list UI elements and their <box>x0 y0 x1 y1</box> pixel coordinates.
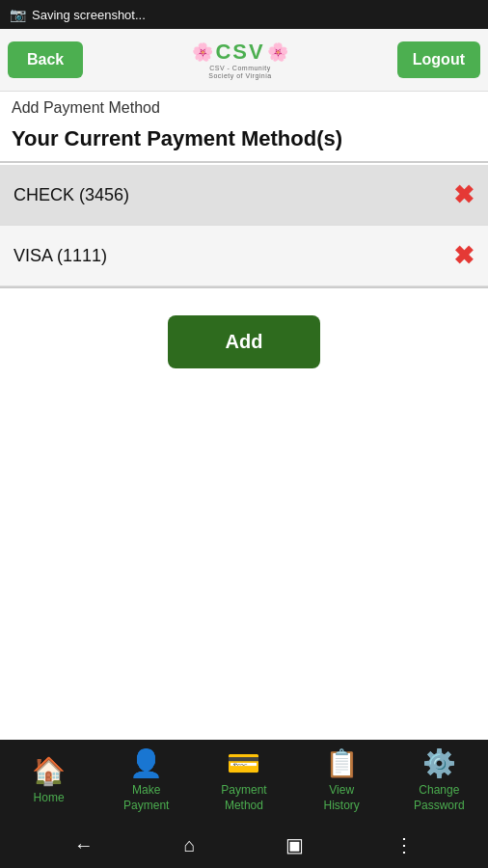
nav-item-change-password[interactable]: ⚙️ ChangePassword <box>395 747 482 813</box>
nav-label-home: Home <box>34 791 65 806</box>
change-password-icon: ⚙️ <box>422 747 456 779</box>
logo: 🌸 CSV 🌸 CSV - Community Society of Virgi… <box>192 40 287 81</box>
logo-subtitle: CSV - Community Society of Virginia <box>197 65 284 81</box>
view-history-icon: 📋 <box>325 747 359 779</box>
system-home-button[interactable]: ⌂ <box>184 834 196 856</box>
payment-method-icon: 💳 <box>227 747 260 779</box>
system-back-button[interactable]: ← <box>74 834 94 856</box>
make-payment-icon: 👤 <box>129 747 163 779</box>
nav-label-view-history: ViewHistory <box>323 783 359 813</box>
page-title: Add Payment Method <box>0 92 488 121</box>
nav-item-home[interactable]: 🏠 Home <box>6 755 93 806</box>
system-recent-button[interactable]: ▣ <box>285 833 304 856</box>
delete-visa-button[interactable]: ✖ <box>453 243 474 268</box>
add-button-container: Add <box>0 315 488 368</box>
payment-methods-list: CHECK (3456) ✖ VISA (1111) ✖ <box>0 165 488 286</box>
status-text: Saving screenshot... <box>32 8 146 22</box>
back-button[interactable]: Back <box>8 41 83 78</box>
payment-row-check: CHECK (3456) ✖ <box>0 165 488 226</box>
system-menu-button[interactable]: ⋮ <box>394 833 414 856</box>
header: Back 🌸 CSV 🌸 CSV - Community Society of … <box>0 29 488 92</box>
nav-label-change-password: ChangePassword <box>414 783 465 813</box>
nav-label-payment-method: PaymentMethod <box>221 783 266 813</box>
divider-bottom <box>0 286 488 288</box>
nav-item-view-history[interactable]: 📋 ViewHistory <box>298 747 385 813</box>
home-icon: 🏠 <box>32 755 66 787</box>
flower-right-icon: 🌸 <box>267 41 288 63</box>
flower-left-icon: 🌸 <box>192 41 213 63</box>
bottom-nav: 🏠 Home 👤 MakePayment 💳 PaymentMethod 📋 V… <box>0 740 488 822</box>
delete-check-button[interactable]: ✖ <box>453 182 474 207</box>
add-button[interactable]: Add <box>168 315 321 368</box>
section-heading: Your Current Payment Method(s) <box>0 121 488 161</box>
logo-flower: 🌸 CSV 🌸 <box>192 40 287 65</box>
logo-text: CSV <box>215 40 264 65</box>
payment-label-check: CHECK (3456) <box>14 185 129 205</box>
nav-label-make-payment: MakePayment <box>123 783 169 813</box>
payment-row-visa: VISA (1111) ✖ <box>0 226 488 286</box>
nav-item-payment-method[interactable]: 💳 PaymentMethod <box>201 747 287 813</box>
system-bar: ← ⌂ ▣ ⋮ <box>0 822 488 868</box>
nav-item-make-payment[interactable]: 👤 MakePayment <box>103 747 190 813</box>
status-bar: 📷 Saving screenshot... <box>0 0 488 29</box>
payment-label-visa: VISA (1111) <box>14 246 107 266</box>
logout-button[interactable]: Logout <box>397 41 480 78</box>
screenshot-icon: 📷 <box>10 7 26 22</box>
divider-top <box>0 161 488 163</box>
